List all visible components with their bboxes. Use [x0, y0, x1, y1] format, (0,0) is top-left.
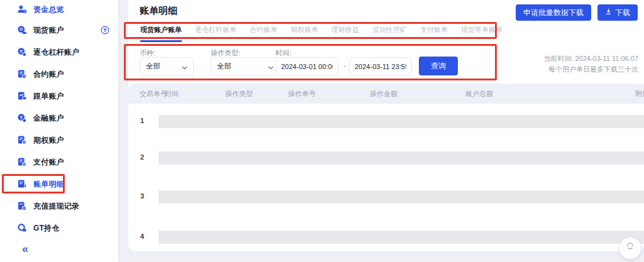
col-op-amount: 操作金额 — [370, 84, 397, 104]
support-icon — [625, 241, 636, 255]
page-title: 账单明细 — [140, 5, 177, 17]
header-actions: 申请批量数据下载 下载 — [516, 4, 638, 21]
isolated-margin-icon — [17, 47, 27, 57]
currency-select[interactable]: 全部 — [140, 57, 194, 75]
table-row: 3 — [128, 190, 644, 204]
batch-download-label: 申请批量数据下载 — [523, 8, 584, 18]
tab-spot-copy-bill[interactable]: 现货带单账单 — [461, 25, 502, 40]
sidebar-item-spot-account[interactable]: 现货账户 — [0, 23, 118, 37]
payment-account-icon — [17, 157, 27, 167]
sidebar-item-label: 充值提现记录 — [33, 201, 79, 212]
sidebar-item-label: 账单明细 — [33, 179, 64, 190]
deposit-withdraw-icon — [17, 201, 27, 211]
table-header: 交易单号 时间 操作类型 操作单号 操作金额 账户总额 附加 — [128, 84, 644, 104]
col-time: 时间 — [165, 84, 179, 104]
download-button[interactable]: 下载 — [597, 4, 638, 21]
col-extra: 附加 — [635, 84, 644, 104]
op-type-select[interactable]: 全部 — [211, 57, 280, 75]
download-notes: 当前时间: 2024-03-11 11:06:07 每个用户单日最多下载三十次 — [543, 53, 638, 75]
sidebar-item-funds-overview[interactable]: 资金总览 — [0, 3, 118, 16]
sidebar-item-label: 合约账户 — [33, 69, 64, 80]
currency-filter-label: 币种: — [140, 48, 155, 58]
sidebar-item-label: 逐仓杠杆账户 — [33, 47, 79, 58]
op-type-select-value: 全部 — [217, 62, 231, 71]
sidebar-item-label: 支付账户 — [33, 157, 64, 168]
download-icon — [605, 8, 612, 17]
support-widget-button[interactable] — [619, 237, 641, 259]
col-acct-total: 账户总额 — [465, 84, 493, 104]
sidebar-item-label: 金融账户 — [33, 113, 64, 124]
batch-download-button[interactable]: 申请批量数据下载 — [516, 4, 591, 21]
row-index: 3 — [140, 192, 144, 200]
page: 资金总览 现货账户 逐仓杠杆账户 合约账户 — [0, 0, 644, 262]
funds-overview-icon — [17, 4, 27, 14]
currency-select-value: 全部 — [146, 62, 160, 71]
tab-bar: 现货账户账单 逐仓杠杆账单 合约账单 期权账单 理财收益 流动性挖矿 支付账单 … — [140, 25, 502, 42]
sidebar-item-label: 现货账户 — [33, 25, 64, 36]
sidebar-item-options-account[interactable]: 期权账户 — [0, 133, 118, 147]
sidebar-item-label: GT持仓 — [33, 223, 59, 234]
sidebar-collapse-button[interactable]: « — [22, 243, 28, 256]
col-op-type: 操作类型 — [225, 84, 253, 104]
chevron-down-icon — [182, 61, 187, 72]
col-op-id: 操作单号 — [288, 84, 316, 104]
time-filter-label: 时间: — [275, 48, 291, 58]
tab-payment-bill[interactable]: 支付账单 — [420, 25, 448, 40]
sidebar-item-label: 跟单账户 — [33, 91, 64, 102]
redacted-row-bar — [158, 115, 644, 128]
tab-futures-bill[interactable]: 合约账单 — [250, 25, 277, 40]
tab-earn-income[interactable]: 理财收益 — [331, 25, 359, 40]
table-row: 4 — [128, 231, 644, 244]
futures-account-icon — [17, 69, 27, 79]
gt-holdings-icon — [17, 223, 27, 233]
search-button[interactable]: 查询 — [419, 57, 458, 75]
row-index: 4 — [140, 232, 144, 240]
sidebar-item-label: 资金总览 — [33, 4, 64, 15]
table-row: 1 — [128, 115, 644, 128]
sidebar-item-gt-holdings[interactable]: GT持仓 — [0, 221, 118, 235]
tab-options-bill[interactable]: 期权账单 — [291, 25, 318, 40]
tab-spot-account-bill[interactable]: 现货账户账单 — [140, 25, 182, 42]
redacted-row-bar — [158, 190, 644, 204]
sidebar: 资金总览 现货账户 逐仓杠杆账户 合约账户 — [0, 0, 118, 262]
sidebar-item-payment-account[interactable]: 支付账户 — [0, 155, 118, 169]
sidebar-item-copy-trading[interactable]: 跟单账户 — [0, 89, 118, 103]
copy-trading-icon — [17, 91, 27, 101]
sidebar-item-deposit-withdraw-records[interactable]: 充值提现记录 — [0, 199, 118, 213]
tab-liquidity-mining[interactable]: 流动性挖矿 — [372, 25, 407, 40]
current-time-text: 当前时间: 2024-03-11 11:06:07 — [543, 53, 638, 64]
row-index: 2 — [140, 153, 144, 161]
financial-account-icon — [17, 113, 27, 123]
range-separator: - — [343, 62, 346, 69]
row-index: 1 — [140, 117, 144, 124]
options-account-icon — [17, 135, 27, 145]
sidebar-item-futures-account[interactable]: 合约账户 — [0, 67, 118, 81]
download-limit-text: 每个用户单日最多下载三十次 — [543, 64, 638, 75]
circle-up-arrow-icon[interactable] — [101, 26, 109, 35]
time-from-input[interactable] — [275, 57, 338, 75]
time-to-input[interactable] — [349, 57, 412, 75]
redacted-row-bar — [158, 151, 644, 165]
sidebar-item-financial-account[interactable]: 金融账户 — [0, 111, 118, 125]
download-label: 下载 — [615, 8, 630, 18]
sidebar-item-bill-details[interactable]: 账单明细 — [0, 177, 118, 191]
sidebar-item-isolated-margin[interactable]: 逐仓杠杆账户 — [0, 45, 118, 59]
table-row: 2 — [128, 151, 644, 165]
tab-isolated-margin-bill[interactable]: 逐仓杠杆账单 — [195, 25, 236, 40]
spot-account-icon — [17, 25, 27, 35]
bill-details-icon — [17, 179, 27, 189]
col-trade-id: 交易单号 — [140, 84, 167, 104]
chevron-down-icon — [268, 61, 274, 72]
op-type-filter-label: 操作类型: — [211, 48, 240, 58]
sidebar-item-label: 期权账户 — [33, 135, 64, 146]
redacted-row-bar — [158, 231, 644, 244]
main-panel: 账单明细 申请批量数据下载 下载 现货账户账单 逐仓杠杆账单 合约账单 期权账单… — [128, 0, 644, 251]
